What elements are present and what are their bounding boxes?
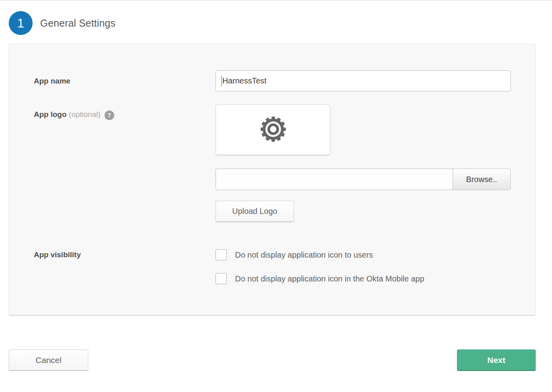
app-name-input[interactable] <box>216 70 511 91</box>
app-name-control-col <box>216 70 511 91</box>
app-name-input-wrap <box>216 70 511 91</box>
app-visibility-row: App visibility Do not display applicatio… <box>34 249 535 284</box>
logo-file-input[interactable] <box>216 169 453 190</box>
app-logo-optional-label: (optional) <box>69 110 100 118</box>
text-cursor <box>222 76 222 86</box>
page: 1 General Settings App name App logo(opt… <box>0 0 552 371</box>
top-divider <box>0 0 552 0</box>
app-logo-label: App logo <box>34 110 66 118</box>
cancel-button[interactable]: Cancel <box>9 349 88 371</box>
browse-button[interactable]: Browse.. <box>453 169 511 190</box>
page-title: General Settings <box>40 17 115 29</box>
upload-logo-button[interactable]: Upload Logo <box>216 201 294 222</box>
step-number: 1 <box>17 16 24 31</box>
gear-icon <box>258 114 289 146</box>
visibility-option-users: Do not display application icon to users <box>216 249 511 260</box>
logo-file-row: Browse.. <box>216 169 511 190</box>
general-settings-panel: App name App logo(optional)? <box>9 44 536 316</box>
wizard-actions: Cancel Next <box>9 349 536 371</box>
app-logo-label-col: App logo(optional)? <box>34 105 216 120</box>
step-header: 1 General Settings <box>9 11 552 35</box>
checkbox-hide-icon-mobile-label: Do not display application icon in the O… <box>235 274 424 283</box>
checkbox-hide-icon-users[interactable] <box>216 249 227 260</box>
app-visibility-control-col: Do not display application icon to users… <box>216 249 511 284</box>
app-visibility-label-col: App visibility <box>34 249 216 260</box>
checkbox-hide-icon-mobile[interactable] <box>216 273 227 284</box>
next-button[interactable]: Next <box>457 349 536 371</box>
app-logo-control-col: Browse.. Upload Logo <box>216 105 511 222</box>
app-name-label-col: App name <box>34 77 216 85</box>
app-logo-row: App logo(optional)? <box>34 105 535 222</box>
logo-preview-box <box>216 105 330 155</box>
app-visibility-label: App visibility <box>34 250 81 259</box>
help-icon[interactable]: ? <box>105 111 114 120</box>
step-number-badge: 1 <box>9 11 33 35</box>
app-name-label: App name <box>34 77 70 85</box>
visibility-option-mobile: Do not display application icon in the O… <box>216 273 511 284</box>
checkbox-hide-icon-users-label: Do not display application icon to users <box>235 250 373 260</box>
app-name-row: App name <box>34 70 535 91</box>
